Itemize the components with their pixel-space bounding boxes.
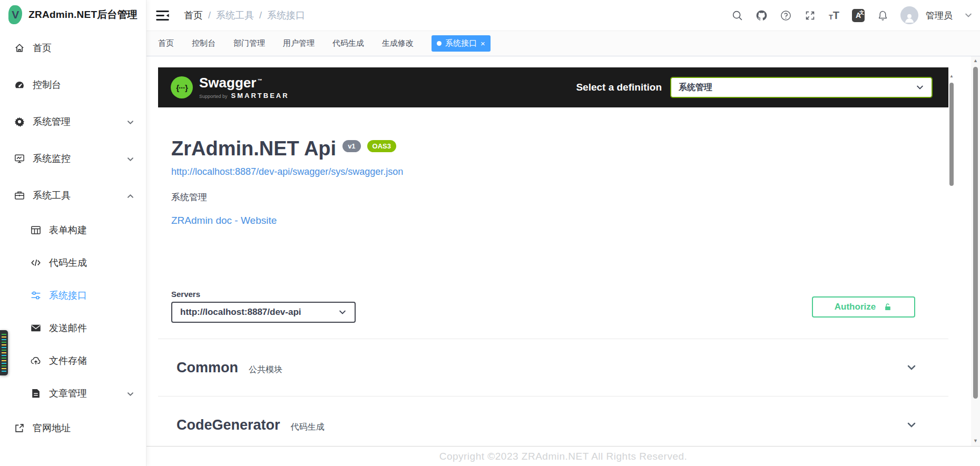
sidebar-item-5[interactable]: 表单构建 (0, 214, 146, 246)
tab-5[interactable]: 生成修改 (382, 38, 414, 48)
tab-bar: 首页控制台部门管理用户管理代码生成生成修改系统接口× (146, 31, 980, 56)
breadcrumb-item-home[interactable]: 首页 (184, 9, 203, 22)
supported-by-label: Supported by (199, 94, 228, 99)
tab-active[interactable]: 系统接口× (432, 35, 491, 52)
sidebar-item-1[interactable]: 控制台 (0, 66, 146, 103)
breadcrumb-separator: / (259, 10, 262, 21)
page-scrollbar-thumb[interactable] (973, 67, 978, 399)
font-size-icon[interactable]: TT (828, 9, 840, 22)
active-tab-dot (437, 41, 442, 46)
mail-icon (30, 322, 42, 334)
chevron-down-icon (126, 390, 134, 398)
swagger-logo-icon: {···} (171, 76, 193, 98)
notification-bell-icon[interactable] (876, 9, 889, 22)
collapse-sidebar-icon[interactable] (156, 10, 169, 21)
form-icon (30, 224, 42, 236)
chevron-down-icon (906, 362, 917, 373)
chevron-down-icon[interactable] (964, 11, 973, 19)
api-title: ZrAdmin.NET Api (171, 137, 336, 160)
spec-url-link[interactable]: http://localhost:8887/dev-api/swagger/sy… (171, 166, 403, 177)
selected-definition: 系统管理 (679, 82, 712, 93)
breadcrumb-separator: / (208, 10, 211, 21)
home-icon (14, 42, 25, 54)
language-icon[interactable]: A文 (852, 9, 865, 22)
version-badge: v1 (342, 140, 360, 152)
select-definition-label: Select a definition (576, 82, 662, 93)
copyright-text: Copyright ©2023 ZRAdmin.NET All Rights R… (439, 451, 688, 462)
logo-icon: V (8, 5, 22, 24)
sidebar-menu: 首页控制台系统管理系统监控系统工具表单构建代码生成系统接口发送邮件文件存储文章管… (0, 29, 146, 447)
sidebar-item-0[interactable]: 首页 (0, 29, 146, 66)
scroll-down-arrow[interactable] (971, 438, 980, 443)
smartbear-label: SMARTBEAR (231, 92, 289, 100)
tab-3[interactable]: 用户管理 (283, 38, 315, 48)
github-icon[interactable] (755, 9, 768, 22)
app-title: ZRAdmin.NET后台管理 (28, 8, 138, 22)
briefcase-icon (14, 190, 25, 201)
doc-website-link[interactable]: ZRAdmin doc - Website (171, 215, 277, 226)
monitor-icon (14, 153, 25, 164)
chevron-down-icon (338, 308, 347, 316)
sidebar-item-3[interactable]: 系统监控 (0, 140, 146, 177)
breadcrumb: 首页 / 系统工具 / 系统接口 (184, 9, 305, 22)
server-select[interactable]: http://localhost:8887/dev-api (171, 302, 356, 323)
sidebar-item-4[interactable]: 系统工具 (0, 177, 146, 214)
swagger-scrollbar-thumb[interactable] (949, 83, 954, 186)
servers-label: Servers (171, 290, 356, 299)
sidebar-item-9[interactable]: 文件存储 (0, 344, 146, 377)
sidebar-item-10[interactable]: 文章管理 (0, 377, 146, 410)
tab-4[interactable]: 代码生成 (332, 38, 364, 48)
document-icon (30, 388, 42, 399)
navbar-actions: TT A文 管理员 (731, 6, 973, 24)
api-section-codegenerator[interactable]: CodeGenerator代码生成 (158, 396, 948, 446)
app-window: V ZRAdmin.NET后台管理 首页控制台系统管理系统监控系统工具表单构建代… (0, 0, 980, 466)
user-name[interactable]: 管理员 (926, 9, 953, 22)
tab-1[interactable]: 控制台 (192, 38, 215, 48)
authorize-label: Authorize (835, 302, 876, 312)
search-icon[interactable] (731, 9, 743, 22)
swagger-logo: {···} Swagger™ Supported by SMARTBEAR (171, 76, 289, 100)
scheme-container: Servers http://localhost:8887/dev-api Au… (158, 226, 948, 339)
chevron-down-icon (126, 155, 134, 163)
sidebar-item-8[interactable]: 发送邮件 (0, 312, 146, 344)
swagger-scrollbar[interactable] (948, 67, 955, 446)
sidebar-item-2[interactable]: 系统管理 (0, 103, 146, 140)
close-icon[interactable]: × (481, 39, 485, 47)
app-logo[interactable]: V ZRAdmin.NET后台管理 (0, 0, 146, 29)
code-icon (30, 257, 42, 269)
gear-icon (14, 116, 25, 127)
api-description: 系统管理 (171, 191, 942, 203)
sliders-icon (30, 290, 42, 301)
swagger-brand: Swagger (199, 75, 256, 91)
chevron-down-icon (906, 420, 917, 430)
sidebar-item-11[interactable]: 官网地址 (0, 410, 146, 447)
trademark: ™ (257, 78, 262, 83)
footer: Copyright ©2023 ZRAdmin.NET All Rights R… (146, 446, 980, 466)
cloud-upload-icon (30, 355, 42, 366)
swagger-topbar: {···} Swagger™ Supported by SMARTBEAR Se… (158, 67, 948, 107)
api-section-common[interactable]: Common公共模块 (158, 339, 948, 396)
server-value: http://localhost:8887/dev-api (180, 307, 301, 318)
breadcrumb-item-tools[interactable]: 系统工具 (216, 9, 254, 22)
chevron-down-icon (916, 83, 924, 92)
avatar[interactable] (900, 6, 918, 24)
api-sections: Common公共模块CodeGenerator代码生成 (158, 339, 955, 446)
sidebar-item-7[interactable]: 系统接口 (0, 279, 146, 312)
definition-select[interactable]: 系统管理 (670, 77, 933, 98)
api-info: ZrAdmin.NET Api v1 OAS3 http://localhost… (158, 107, 955, 226)
tab-2[interactable]: 部门管理 (233, 38, 265, 48)
chevron-down-icon (126, 118, 134, 126)
top-navbar: 首页 / 系统工具 / 系统接口 TT A文 管理员 (146, 0, 980, 31)
left-edge-widget[interactable] (0, 330, 8, 375)
sidebar-item-6[interactable]: 代码生成 (0, 246, 146, 279)
unlock-icon (883, 302, 893, 312)
tab-0[interactable]: 首页 (158, 38, 174, 48)
page-scrollbar[interactable] (971, 56, 980, 446)
fullscreen-icon[interactable] (803, 9, 816, 22)
help-icon[interactable] (779, 9, 792, 22)
sidebar: V ZRAdmin.NET后台管理 首页控制台系统管理系统监控系统工具表单构建代… (0, 0, 146, 466)
logo-letter: V (12, 8, 19, 21)
authorize-button[interactable]: Authorize (812, 296, 915, 318)
external-link-icon (14, 422, 25, 434)
scroll-up-arrow[interactable] (971, 58, 980, 63)
